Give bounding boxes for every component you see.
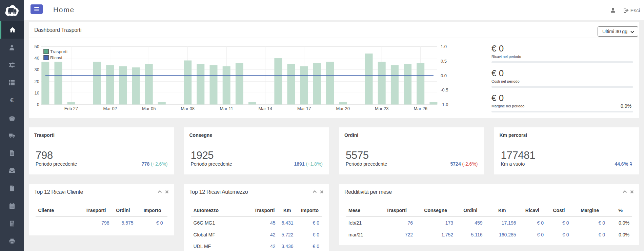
svg-text:50: 50 <box>35 44 39 49</box>
svg-text:Mar 05: Mar 05 <box>142 106 156 111</box>
svg-text:30: 30 <box>35 67 39 72</box>
svg-text:Mar 20: Mar 20 <box>336 106 349 111</box>
svg-text:Ricavi: Ricavi <box>50 55 62 60</box>
svg-text:Mar 11: Mar 11 <box>220 106 233 111</box>
svg-text:Mar 08: Mar 08 <box>181 106 194 111</box>
svg-text:40: 40 <box>35 56 39 61</box>
svg-text:Feb 27: Feb 27 <box>64 106 78 111</box>
svg-text:1.0: 1.0 <box>441 44 447 49</box>
svg-text:0.0: 0.0 <box>441 73 447 78</box>
svg-text:Mar 26: Mar 26 <box>414 106 427 111</box>
svg-text:10: 10 <box>35 90 39 96</box>
svg-text:0.5: 0.5 <box>441 59 447 64</box>
svg-text:20: 20 <box>35 79 39 84</box>
svg-text:Mar 17: Mar 17 <box>297 106 311 111</box>
svg-text:0: 0 <box>37 102 39 107</box>
svg-text:Trasporti: Trasporti <box>50 49 67 54</box>
svg-text:-0.5: -0.5 <box>441 87 448 92</box>
svg-text:Mar 14: Mar 14 <box>258 106 272 111</box>
svg-text:-1.0: -1.0 <box>441 102 448 107</box>
svg-text:Mar 23: Mar 23 <box>375 106 388 111</box>
svg-text:Mar 02: Mar 02 <box>103 106 117 111</box>
